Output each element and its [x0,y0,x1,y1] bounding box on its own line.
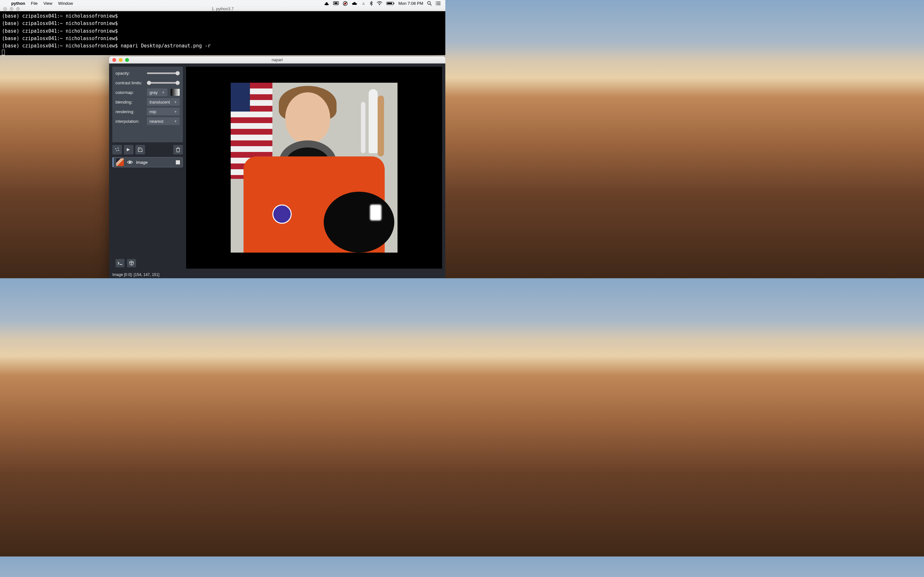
svg-rect-2 [334,3,338,4]
terminal-body[interactable]: (base) czipa1osx041:~ nicholassofroniew$… [0,11,445,59]
blending-label: blending: [115,100,145,105]
terminal-window: 1. python3.7 (base) czipa1osx041:~ nicho… [0,7,445,55]
canvas[interactable] [186,67,442,269]
svg-point-20 [116,150,117,151]
svg-point-10 [428,2,431,5]
napari-titlebar[interactable]: napari [109,56,445,63]
layer-type-buttons [112,145,183,155]
chevron-down-icon: ▼ [174,110,177,113]
delete-layer-button[interactable] [173,145,183,155]
statusitem-cloud-icon[interactable] [350,2,359,5]
layer-item-image[interactable]: Image [113,157,183,167]
napari-window: napari opacity: contrast limits: [109,56,445,278]
status-bar: Image [0 0]: [154, 147, 151] [109,272,445,278]
colormap-value: gray [150,90,158,95]
svg-point-16 [436,3,436,4]
blending-dropdown[interactable]: translucent ▼ [147,98,180,106]
svg-point-22 [139,149,140,150]
menu-list-icon[interactable] [434,1,443,5]
statusitem-record-icon[interactable] [341,1,350,6]
menu-file[interactable]: File [28,1,40,6]
interpolation-dropdown[interactable]: nearest ▼ [147,117,180,125]
svg-rect-8 [387,3,392,4]
layer-controls-panel: opacity: contrast limits: colormap: [112,67,183,142]
terminal-line: (base) czipa1osx041:~ nicholassofroniew$ [2,13,118,19]
menubar-clock[interactable]: Mon 7:08 PM [397,1,425,6]
new-shapes-button[interactable] [124,145,134,155]
layer-type-indicator-icon [176,160,180,164]
napari-sidebar: opacity: contrast limits: colormap: [109,63,186,272]
statusitem-bluetooth-icon[interactable] [368,1,375,6]
menu-view[interactable]: View [40,1,55,6]
statusitem-display-icon[interactable] [331,1,341,5]
chevron-down-icon: ▼ [174,100,177,104]
statusitem-wifi-icon[interactable] [375,1,384,5]
svg-line-5 [344,2,347,5]
chevron-down-icon: ▼ [174,119,177,123]
terminal-line: (base) czipa1osx041:~ nicholassofroniew$ [2,35,118,41]
menu-app-name[interactable]: python [8,1,28,6]
terminal-line: (base) czipa1osx041:~ nicholassofroniew$ [2,28,118,34]
svg-point-23 [129,161,131,163]
chevron-down-icon: ▼ [162,91,165,94]
terminal-line: (base) czipa1osx041:~ nicholassofroniew$ [2,21,118,26]
rendering-label: rendering: [115,109,145,114]
statusitem-battery-icon[interactable] [384,1,397,5]
interpolation-value: nearest [150,119,163,124]
rendering-value: mip [150,109,156,114]
layer-thumbnail [116,158,124,166]
colormap-label: colormap: [115,90,145,95]
interpolation-label: interpolation: [115,119,145,124]
napari-window-title: napari [109,58,445,62]
svg-point-15 [436,2,436,2]
terminal-line: (base) czipa1osx041:~ nicholassofroniew$… [2,43,210,49]
opacity-slider[interactable] [147,73,180,74]
new-labels-button[interactable] [136,145,145,155]
terminal-cursor [2,50,5,55]
layer-name: Image [136,160,173,165]
terminal-title: 1. python3.7 [0,7,445,11]
statusitem-hat-icon[interactable] [322,2,331,5]
contrast-limits-label: contrast limits: [115,81,145,85]
spotlight-icon[interactable] [425,1,434,6]
visibility-toggle-icon[interactable] [127,160,133,164]
ndisplay-button[interactable] [127,259,136,268]
menu-window[interactable]: Window [55,1,76,6]
displayed-image [231,83,397,253]
svg-point-18 [115,148,116,149]
svg-point-21 [118,150,119,151]
rendering-dropdown[interactable]: mip ▼ [147,108,180,115]
blending-value: translucent [150,100,170,105]
console-button[interactable] [115,259,124,268]
layer-list: Image [112,157,183,167]
colormap-dropdown[interactable]: gray ▼ [147,89,168,96]
new-points-button[interactable] [112,145,122,155]
status-text: Image [0 0]: [154, 147, 151] [112,272,160,277]
svg-rect-9 [394,3,394,4]
colormap-swatch[interactable] [171,89,180,96]
svg-point-17 [436,5,436,5]
contrast-limits-slider[interactable] [147,82,180,84]
svg-line-11 [430,4,431,5]
svg-point-19 [118,147,118,148]
statusitem-triangle-icon[interactable] [359,1,368,6]
opacity-label: opacity: [115,71,145,76]
terminal-titlebar[interactable]: 1. python3.7 [0,7,445,11]
mac-menubar: python File View Window Mon 7:08 PM [0,0,445,7]
viewer-buttons [112,258,183,269]
svg-point-6 [379,5,380,5]
